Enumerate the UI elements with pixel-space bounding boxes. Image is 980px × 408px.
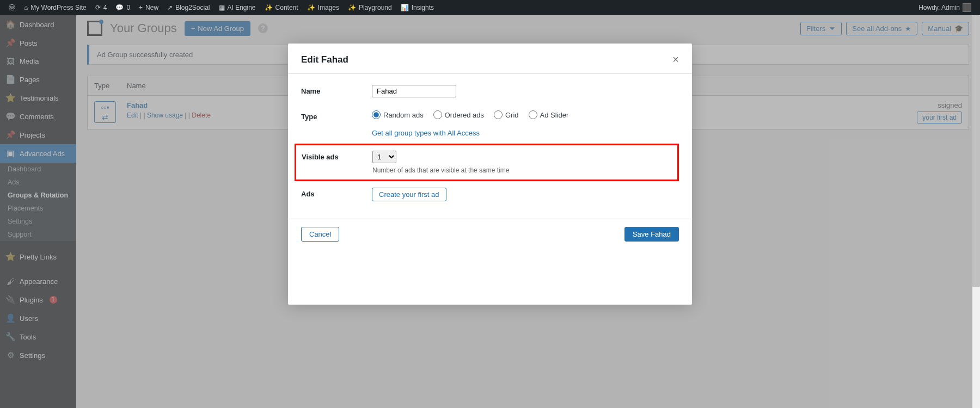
sparkle-icon: ✨ bbox=[348, 4, 356, 11]
plus-icon: + bbox=[139, 4, 143, 11]
account-link[interactable]: Howdy, Admin bbox=[914, 0, 976, 15]
admin-bar: ⓦ ⌂My WordPress Site ⟳4 💬0 +New ↗Blog2So… bbox=[0, 0, 980, 15]
update-icon: ⟳ bbox=[95, 4, 101, 11]
name-label: Name bbox=[301, 85, 372, 95]
type-random-radio[interactable]: Random ads bbox=[372, 110, 424, 119]
modal-close-button[interactable]: × bbox=[672, 53, 679, 66]
visible-ads-help: Number of ads that are visible at the sa… bbox=[372, 166, 672, 174]
updates-count: 4 bbox=[103, 4, 107, 11]
type-grid-radio[interactable]: Grid bbox=[494, 110, 519, 119]
type-ordered-radio[interactable]: Ordered ads bbox=[433, 110, 484, 119]
type-slider-radio[interactable]: Ad Slider bbox=[529, 110, 569, 119]
site-link[interactable]: ⌂My WordPress Site bbox=[20, 0, 91, 15]
all-access-link[interactable]: Get all group types with All Access bbox=[372, 129, 480, 137]
create-first-ad-button[interactable]: Create your first ad bbox=[372, 188, 446, 201]
new-label: New bbox=[145, 4, 158, 11]
edit-group-modal: Edit Fahad × Name Type Random ads Ordere… bbox=[288, 44, 692, 305]
home-icon: ⌂ bbox=[24, 4, 28, 11]
visible-ads-select[interactable]: 1 bbox=[372, 151, 396, 163]
name-input[interactable] bbox=[372, 85, 456, 97]
wp-logo[interactable]: ⓦ bbox=[4, 0, 20, 15]
visible-ads-highlight: Visible ads 1 Number of ads that are vis… bbox=[295, 144, 679, 181]
greeting-text: Howdy, Admin bbox=[918, 4, 960, 11]
type-label: Type bbox=[301, 110, 372, 121]
save-button[interactable]: Save Fahad bbox=[624, 227, 679, 242]
topbar-playground[interactable]: ✨Playground bbox=[344, 0, 396, 15]
cancel-button[interactable]: Cancel bbox=[301, 227, 339, 242]
topbar-blog2social[interactable]: ↗Blog2Social bbox=[163, 0, 214, 15]
new-link[interactable]: +New bbox=[134, 0, 163, 15]
topbar-images[interactable]: ✨Images bbox=[303, 0, 344, 15]
updates-link[interactable]: ⟳4 bbox=[91, 0, 112, 15]
chart-icon: 📊 bbox=[401, 4, 409, 11]
external-icon: ↗ bbox=[167, 4, 173, 11]
topbar-insights[interactable]: 📊Insights bbox=[396, 0, 438, 15]
close-icon: × bbox=[672, 53, 679, 65]
visible-ads-label: Visible ads bbox=[302, 151, 372, 161]
sparkle-icon: ✨ bbox=[265, 4, 273, 11]
sparkle-icon: ✨ bbox=[307, 4, 315, 11]
modal-title: Edit Fahad bbox=[301, 54, 348, 65]
site-name: My WordPress Site bbox=[30, 4, 86, 11]
scroll-thumb[interactable] bbox=[972, 15, 980, 287]
topbar-ai-engine[interactable]: ▦AI Engine bbox=[215, 0, 260, 15]
comments-count: 0 bbox=[126, 4, 130, 11]
topbar-content[interactable]: ✨Content bbox=[260, 0, 303, 15]
ads-label: Ads bbox=[301, 188, 372, 198]
wordpress-icon: ⓦ bbox=[9, 3, 15, 13]
avatar-icon bbox=[963, 3, 971, 12]
comment-icon: 💬 bbox=[115, 4, 124, 11]
grid-icon: ▦ bbox=[219, 4, 225, 11]
comments-link[interactable]: 💬0 bbox=[111, 0, 134, 15]
page-scrollbar[interactable] bbox=[972, 15, 980, 408]
